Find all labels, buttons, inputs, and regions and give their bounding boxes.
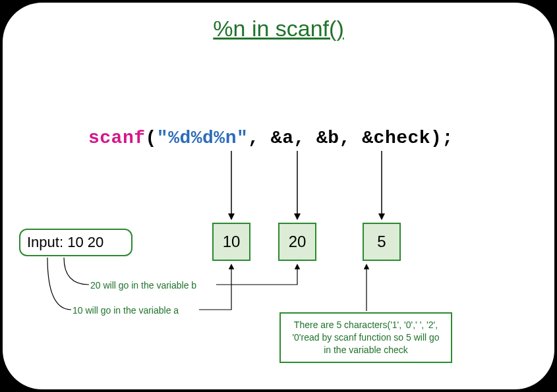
annotation-b: 20 will go in the variable b xyxy=(90,280,196,291)
value-b: 20 xyxy=(289,233,307,251)
explanation-text: There are 5 characters('1', '0',' ', '2'… xyxy=(292,320,439,355)
annotation-a: 10 will go in the variable a xyxy=(73,305,179,316)
value-box-b: 20 xyxy=(278,223,316,261)
code-fn: scanf xyxy=(88,128,146,148)
code-args: , &a, &b, &check); xyxy=(248,128,453,148)
arrows-layer xyxy=(3,3,554,389)
input-label: Input: 10 20 xyxy=(27,234,103,251)
value-box-check: 5 xyxy=(363,223,401,261)
panel: %n in scanf() scanf("%d%d%n", &a, &b, &c… xyxy=(3,3,554,389)
page-title: %n in scanf() xyxy=(3,16,554,42)
code-format-string: "%d%d%n" xyxy=(157,128,248,148)
code-line: scanf("%d%d%n", &a, &b, &check); xyxy=(88,128,454,148)
input-box: Input: 10 20 xyxy=(19,229,132,256)
value-a: 10 xyxy=(223,233,241,251)
value-box-a: 10 xyxy=(212,223,250,261)
explanation-box: There are 5 characters('1', '0',' ', '2'… xyxy=(279,312,452,363)
stage: %n in scanf() scanf("%d%d%n", &a, &b, &c… xyxy=(0,0,557,392)
code-open: ( xyxy=(146,128,157,148)
value-check: 5 xyxy=(377,233,386,251)
